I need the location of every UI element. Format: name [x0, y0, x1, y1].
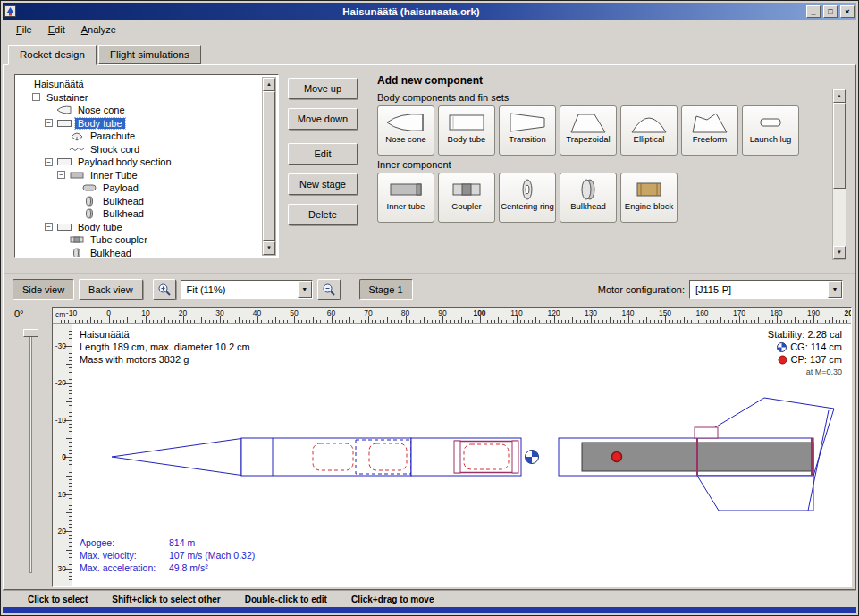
- tree-expander-icon[interactable]: −: [45, 158, 53, 166]
- tree-item[interactable]: Parachute: [18, 130, 260, 143]
- bulkhead-icon: [568, 177, 609, 202]
- tree-item[interactable]: Shock cord: [18, 143, 260, 156]
- engineblock-icon: [628, 177, 670, 202]
- tree-item[interactable]: −Sustainer: [18, 91, 260, 105]
- stage-1-toggle[interactable]: Stage 1: [359, 279, 413, 300]
- add-body-tube-button[interactable]: Body tube: [438, 105, 495, 156]
- tree-expander-icon[interactable]: −: [45, 119, 53, 127]
- bulkhead-fore-shape[interactable]: [454, 441, 460, 473]
- tree-item[interactable]: −Payload body section: [18, 156, 260, 169]
- menu-file[interactable]: File: [8, 21, 40, 38]
- ruler-tick-mark: [131, 320, 131, 323]
- add-bulkhead-button[interactable]: Bulkhead: [560, 173, 617, 223]
- coupler-icon: [446, 177, 487, 202]
- maximize-button[interactable]: □: [823, 5, 838, 18]
- ruler-tick-mark: [223, 320, 224, 323]
- zoom-in-button[interactable]: [153, 279, 176, 300]
- scroll-up-icon[interactable]: ▲: [833, 89, 846, 103]
- scrollbar-thumb[interactable]: [833, 103, 846, 189]
- edit-button[interactable]: Edit: [288, 143, 358, 165]
- tree-item[interactable]: −Body tube: [18, 117, 260, 131]
- tree-item[interactable]: −Inner Tube: [18, 169, 260, 182]
- add-engine-block-button[interactable]: Engine block: [620, 173, 678, 223]
- add-coupler-button[interactable]: Coupler: [438, 173, 495, 223]
- ruler-number: -10: [55, 416, 66, 425]
- move-up-button[interactable]: Move up: [288, 78, 358, 99]
- tree-item[interactable]: Nose cone: [18, 104, 260, 117]
- scroll-up-icon[interactable]: ▲: [263, 78, 275, 91]
- component-button-row: Inner tubeCouplerCentering ringBulkheadE…: [377, 173, 829, 223]
- ruler-tick-mark: [69, 572, 72, 573]
- new-stage-button[interactable]: New stage: [288, 173, 358, 195]
- vertical-scrollbar[interactable]: ▲▼: [832, 89, 846, 260]
- add-freeform-button[interactable]: Freeform: [681, 105, 738, 156]
- add-nose-cone-button[interactable]: Nose cone: [377, 105, 434, 156]
- move-down-button[interactable]: Move down: [288, 108, 358, 130]
- ruler-tick-mark: [298, 320, 299, 323]
- add-trapezoidal-button[interactable]: Trapezoidal: [560, 105, 617, 156]
- add-centering-ring-button[interactable]: Centering ring: [499, 173, 556, 223]
- rocket-view-canvas[interactable]: -100102030405060708090100110120130140150…: [52, 307, 852, 587]
- ruler-tick-mark: [565, 320, 566, 323]
- rotation-slider-track[interactable]: [29, 332, 32, 573]
- add-launch-lug-button[interactable]: Launch lug: [742, 105, 799, 156]
- tree-item[interactable]: Tube coupler: [18, 233, 260, 247]
- tree-item[interactable]: Bulkhead: [18, 247, 260, 259]
- nose-cone-shape[interactable]: [112, 439, 241, 476]
- tree-expander-icon[interactable]: −: [32, 93, 40, 101]
- menu-analyze[interactable]: Analyze: [73, 21, 124, 38]
- view-toolbar: Side view Back view Fit (11%) ▼ Stage 1 …: [4, 273, 855, 305]
- tree-item[interactable]: Haisunäätä: [18, 78, 260, 91]
- ruler-tick-mark: [353, 320, 354, 323]
- vertical-scrollbar[interactable]: ▲▼: [262, 77, 276, 256]
- zoom-out-button[interactable]: [317, 279, 341, 300]
- tree-item[interactable]: −Body tube: [18, 221, 260, 234]
- bulkhead-aft-shape[interactable]: [512, 441, 518, 473]
- tree-item[interactable]: Bulkhead: [18, 207, 260, 221]
- ruler-tick-mark: [253, 320, 254, 323]
- scrollbar-thumb[interactable]: [263, 91, 275, 241]
- ruler-tick-mark: [524, 320, 525, 323]
- tree-expander-icon[interactable]: −: [57, 171, 65, 179]
- tab-flight-simulations[interactable]: Flight simulations: [98, 45, 201, 64]
- mach-note: at M=0.30: [768, 366, 842, 378]
- back-view-button[interactable]: Back view: [79, 279, 143, 300]
- rotation-slider-thumb[interactable]: [23, 329, 38, 337]
- scroll-down-icon[interactable]: ▼: [263, 241, 275, 255]
- delete-button[interactable]: Delete: [288, 204, 358, 225]
- ruler-tick-mark: [646, 317, 647, 323]
- launch-lug-shape[interactable]: [695, 427, 718, 438]
- payload-section-shape[interactable]: [411, 438, 521, 476]
- ruler-tick-mark: [427, 320, 428, 323]
- scroll-down-icon[interactable]: ▼: [833, 246, 846, 259]
- tab-rocket-design[interactable]: Rocket design: [8, 45, 97, 65]
- ruler-tick-mark: [639, 320, 640, 323]
- ch evron-down-icon[interactable]: ▼: [298, 281, 312, 298]
- tree-item[interactable]: Bulkhead: [18, 195, 260, 208]
- side-view-button[interactable]: Side view: [13, 279, 74, 300]
- rocket-drawing-area[interactable]: Haisunäätä Length 189 cm, max. diameter …: [72, 324, 851, 586]
- add-inner-tube-button[interactable]: Inner tube: [377, 173, 434, 223]
- close-button[interactable]: ×: [840, 5, 855, 18]
- fin-bottom-shape[interactable]: [697, 476, 813, 511]
- ruler-tick-mark: [275, 317, 276, 323]
- ruler-tick-mark: [69, 334, 72, 335]
- menu-edit[interactable]: Edit: [40, 21, 73, 38]
- add-elliptical-button[interactable]: Elliptical: [620, 105, 678, 156]
- ruler-tick-mark: [832, 317, 833, 323]
- minimize-button[interactable]: _: [806, 5, 821, 18]
- titlebar[interactable]: Haisunäätä (haisunaata.ork) _ □ ×: [3, 3, 856, 20]
- tree-item[interactable]: Payload: [18, 181, 260, 195]
- add-transition-button[interactable]: Transition: [499, 105, 556, 156]
- ruler-tick-mark: [69, 535, 72, 536]
- ruler-number: 20: [179, 308, 187, 317]
- ruler-tick-mark: [829, 320, 830, 323]
- ruler-tick-mark: [142, 320, 143, 323]
- ruler-tick-mark: [172, 320, 173, 323]
- zoom-select[interactable]: Fit (11%) ▼: [181, 280, 313, 299]
- chevron-down-icon[interactable]: ▼: [828, 281, 842, 298]
- cg-marker: [526, 451, 539, 464]
- tree-expander-icon[interactable]: −: [45, 223, 53, 231]
- rocket-design-panel: Haisunäätä−SustainerNose cone−Body tubeP…: [3, 64, 856, 590]
- motor-configuration-select[interactable]: [J115-P] ▼: [689, 280, 843, 299]
